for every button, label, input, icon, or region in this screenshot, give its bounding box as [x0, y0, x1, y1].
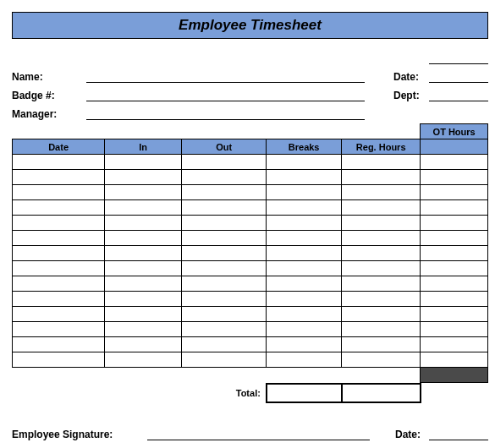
dept-field[interactable] — [429, 90, 488, 101]
cell-date[interactable] — [13, 200, 105, 216]
cell-breaks[interactable] — [267, 170, 342, 185]
cell-ot[interactable] — [421, 185, 488, 200]
cell-reg[interactable] — [342, 292, 421, 307]
cell-reg[interactable] — [342, 307, 421, 322]
cell-date[interactable] — [13, 307, 105, 322]
cell-ot[interactable] — [421, 292, 488, 307]
cell-in[interactable] — [105, 352, 182, 368]
col-date: Date — [13, 139, 105, 155]
cell-ot[interactable] — [421, 337, 488, 352]
cell-ot[interactable] — [421, 322, 488, 337]
cell-date[interactable] — [13, 170, 105, 185]
cell-out[interactable] — [182, 231, 267, 246]
cell-reg[interactable] — [342, 322, 421, 337]
cell-ot[interactable] — [421, 170, 488, 185]
cell-date[interactable] — [13, 231, 105, 246]
cell-out[interactable] — [182, 337, 267, 352]
employee-sig-date-field[interactable] — [429, 429, 488, 440]
cell-reg[interactable] — [342, 200, 421, 216]
cell-ot[interactable] — [421, 200, 488, 216]
cell-reg[interactable] — [342, 337, 421, 352]
cell-in[interactable] — [105, 276, 182, 292]
cell-reg[interactable] — [342, 246, 421, 261]
cell-breaks[interactable] — [267, 216, 342, 231]
badge-field[interactable] — [86, 90, 365, 101]
cell-out[interactable] — [182, 261, 267, 276]
cell-reg[interactable] — [342, 216, 421, 231]
cell-out[interactable] — [182, 170, 267, 185]
cell-in[interactable] — [105, 155, 182, 170]
name-label: Name: — [12, 71, 63, 83]
cell-reg[interactable] — [342, 231, 421, 246]
cell-breaks[interactable] — [267, 231, 342, 246]
cell-date[interactable] — [13, 292, 105, 307]
cell-in[interactable] — [105, 231, 182, 246]
cell-date[interactable] — [13, 352, 105, 368]
cell-breaks[interactable] — [267, 337, 342, 352]
cell-out[interactable] — [182, 155, 267, 170]
cell-out[interactable] — [182, 292, 267, 307]
name-field[interactable] — [86, 71, 365, 83]
cell-date[interactable] — [13, 155, 105, 170]
col-breaks: Breaks — [267, 139, 342, 155]
cell-breaks[interactable] — [267, 352, 342, 368]
cell-date[interactable] — [13, 322, 105, 337]
cell-breaks[interactable] — [267, 322, 342, 337]
cell-date[interactable] — [13, 246, 105, 261]
cell-breaks[interactable] — [267, 261, 342, 276]
cell-reg[interactable] — [342, 185, 421, 200]
cell-out[interactable] — [182, 276, 267, 292]
cell-date[interactable] — [13, 185, 105, 200]
cell-in[interactable] — [105, 216, 182, 231]
cell-out[interactable] — [182, 322, 267, 337]
cell-in[interactable] — [105, 307, 182, 322]
cell-in[interactable] — [105, 292, 182, 307]
cell-date[interactable] — [13, 276, 105, 292]
cell-breaks[interactable] — [267, 292, 342, 307]
cell-date[interactable] — [13, 216, 105, 231]
cell-ot[interactable] — [421, 231, 488, 246]
cell-out[interactable] — [182, 200, 267, 216]
cell-ot[interactable] — [421, 246, 488, 261]
total-reg[interactable] — [342, 384, 421, 402]
table-row — [13, 322, 488, 337]
cell-ot[interactable] — [421, 261, 488, 276]
cell-in[interactable] — [105, 322, 182, 337]
cell-ot[interactable] — [421, 276, 488, 292]
manager-label: Manager: — [12, 108, 71, 120]
cell-in[interactable] — [105, 337, 182, 352]
cell-date[interactable] — [13, 337, 105, 352]
date-field[interactable] — [429, 71, 488, 83]
cell-breaks[interactable] — [267, 185, 342, 200]
cell-in[interactable] — [105, 200, 182, 216]
cell-date[interactable] — [13, 261, 105, 276]
page-title: Employee Timesheet — [179, 17, 322, 34]
cell-in[interactable] — [105, 246, 182, 261]
cell-out[interactable] — [182, 246, 267, 261]
cell-out[interactable] — [182, 185, 267, 200]
cell-reg[interactable] — [342, 170, 421, 185]
cell-breaks[interactable] — [267, 155, 342, 170]
total-breaks[interactable] — [267, 384, 342, 402]
cell-ot[interactable] — [421, 352, 488, 368]
cell-out[interactable] — [182, 216, 267, 231]
cell-out[interactable] — [182, 352, 267, 368]
cell-ot[interactable] — [421, 307, 488, 322]
cell-ot[interactable] — [421, 155, 488, 170]
cell-out[interactable] — [182, 307, 267, 322]
cell-reg[interactable] — [342, 155, 421, 170]
cell-reg[interactable] — [342, 352, 421, 368]
manager-field[interactable] — [86, 108, 365, 120]
cell-reg[interactable] — [342, 276, 421, 292]
cell-breaks[interactable] — [267, 200, 342, 216]
cell-ot[interactable] — [421, 216, 488, 231]
cell-breaks[interactable] — [267, 276, 342, 292]
cell-in[interactable] — [105, 170, 182, 185]
cell-in[interactable] — [105, 261, 182, 276]
employee-signature-field[interactable] — [147, 429, 370, 440]
cell-breaks[interactable] — [267, 307, 342, 322]
title-bar: Employee Timesheet — [12, 12, 488, 39]
cell-in[interactable] — [105, 185, 182, 200]
cell-breaks[interactable] — [267, 246, 342, 261]
cell-reg[interactable] — [342, 261, 421, 276]
